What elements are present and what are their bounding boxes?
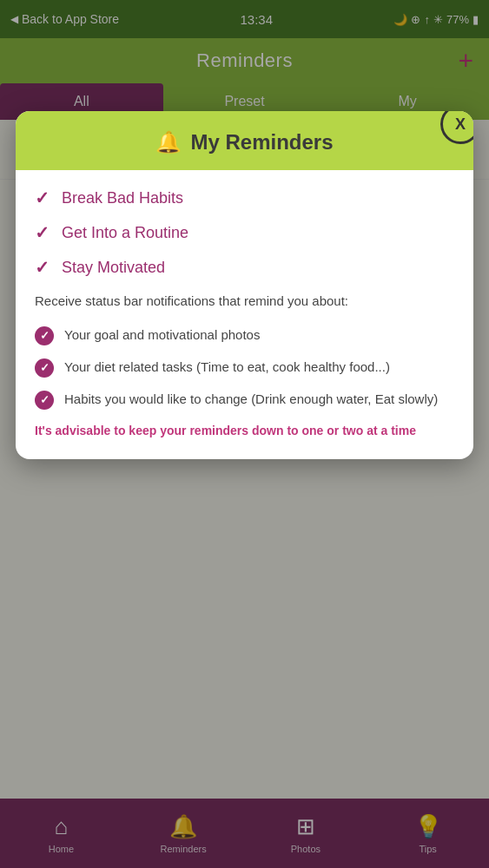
modal-body: ✓ Break Bad Habits ✓ Get Into a Routine … [16,170,473,459]
bullet-item-2: Your diet related tasks (Time to eat, co… [35,358,454,378]
check-label-1: Break Bad Habits [62,189,183,207]
description-text: Receive status bar notifications that re… [35,292,454,312]
bullet-check-icon-3 [35,391,54,410]
bullet-item-1: Your goal and motivational photos [35,326,454,345]
checkmark-icon-3: ✓ [35,257,50,278]
close-modal-button[interactable]: X [440,111,473,144]
checkmark-icon-1: ✓ [35,187,50,208]
modal-title: My Reminders [190,130,333,155]
bullet-text-3: Habits you would like to change (Drink e… [64,390,454,410]
reminders-modal: 🔔 My Reminders X ✓ Break Bad Habits ✓ Ge… [16,111,473,459]
bullet-check-icon-1 [35,326,54,345]
checkmark-icon-2: ✓ [35,222,50,243]
check-item-2: ✓ Get Into a Routine [35,222,454,243]
bullet-item-3: Habits you would like to change (Drink e… [35,390,454,410]
check-item-1: ✓ Break Bad Habits [35,187,454,208]
bullet-check-icon-2 [35,358,54,378]
check-label-2: Get Into a Routine [62,224,188,242]
check-item-3: ✓ Stay Motivated [35,257,454,278]
bell-icon: 🔔 [155,130,182,155]
check-label-3: Stay Motivated [62,259,165,277]
modal-header: 🔔 My Reminders X [16,111,473,170]
bullet-text-1: Your goal and motivational photos [64,326,454,345]
bullet-text-2: Your diet related tasks (Time to eat, co… [64,358,454,378]
advisory-text: It's advisable to keep your reminders do… [35,422,454,440]
